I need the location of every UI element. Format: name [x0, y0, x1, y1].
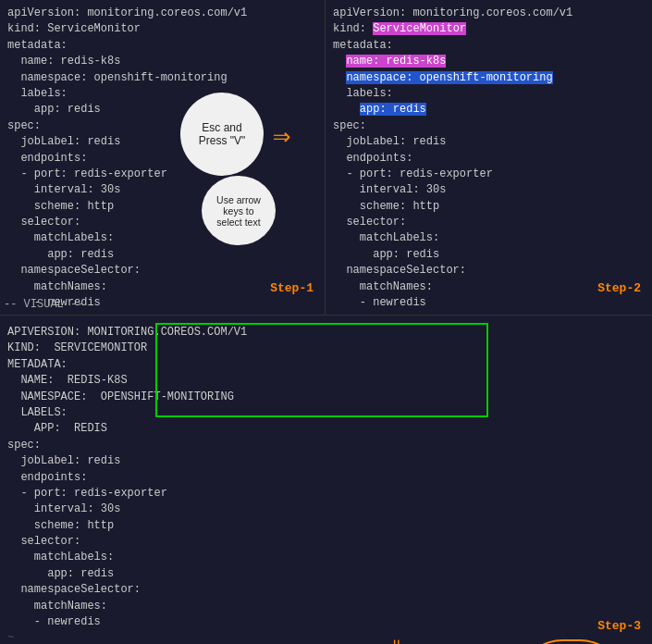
step1-line-10: endpoints:: [7, 151, 317, 167]
step3-line-8: spec:: [7, 438, 645, 453]
step3-line-17: namespaceSelector:: [7, 582, 645, 598]
step3-line-15: matchLabels:: [7, 550, 645, 565]
step2-line-12: interval: 30s: [333, 182, 645, 198]
step3-line-11: - port: redis-exporter: [7, 486, 645, 502]
step1-line-9: jobLabel: redis: [7, 134, 317, 150]
step2-line-1: apiVersion: monitoring.coreos.com/v1: [333, 6, 645, 21]
step3-line-2: KIND: SERVICEMONITOR: [7, 341, 645, 356]
step2-line-15: matchLabels:: [333, 230, 645, 246]
step3-line-3: METADATA:: [7, 357, 645, 373]
arrow-keys-bubble: Use arrow keys to select text: [202, 176, 276, 245]
panel-step2: apiVersion: monitoring.coreos.com/v1 kin…: [326, 0, 652, 315]
esc-bubble: Esc and Press "V": [180, 93, 264, 176]
step3-line-14: selector:: [7, 534, 645, 550]
step2-line-6: labels:: [333, 86, 645, 102]
step3-line-19: - newredis: [7, 614, 645, 630]
step2-line-2: kind: ServiceMonitor: [333, 21, 645, 37]
step2-line-17: namespaceSelector:: [333, 263, 645, 279]
step1-line-16: app: redis: [7, 247, 317, 263]
top-section: apiVersion: monitoring.coreos.com/v1 kin…: [0, 0, 652, 315]
step3-line-13: scheme: http: [7, 518, 645, 534]
visual-mode-indicator: -- VISUAL --: [4, 297, 83, 313]
arrow-down-icon: ⇓: [387, 627, 407, 644]
arrow-right-icon: ⇒: [273, 118, 290, 155]
step1-line-7: app: redis: [7, 102, 317, 118]
step2-line-7: app: redis: [333, 102, 645, 118]
step3-line-4: NAME: REDIS-K8S: [7, 373, 645, 389]
step3-line-1: APIVERSION: MONITORING.COREOS.COM/V1: [7, 325, 645, 341]
step2-line-11: - port: redis-exporter: [333, 167, 645, 182]
step1-line-17: namespaceSelector:: [7, 263, 317, 279]
panel-step1: apiVersion: monitoring.coreos.com/v1 kin…: [0, 0, 326, 315]
step3-line-6: LABELS:: [7, 405, 645, 421]
step3-label: Step-3: [597, 618, 641, 636]
step1-line-4: name: redis-k8s: [7, 54, 317, 69]
step2-line-13: scheme: http: [333, 199, 645, 215]
step2-line-4: name: redis-k8s: [333, 54, 645, 69]
main-container: apiVersion: monitoring.coreos.com/v1 kin…: [0, 0, 652, 644]
panel-step3: Enter gUU APIVERSION: MONITORING.COREOS.…: [0, 315, 652, 644]
step3-line-12: interval: 30s: [7, 502, 645, 517]
step1-line-15: matchLabels:: [7, 230, 317, 246]
step1-line-5: namespace: openshift-monitoring: [7, 70, 317, 86]
step2-label: Step-2: [597, 280, 641, 298]
step1-line-8: spec:: [7, 118, 317, 134]
step2-line-9: jobLabel: redis: [333, 134, 645, 150]
step1-line-6: labels:: [7, 86, 317, 102]
step2-line-16: app: redis: [333, 247, 645, 263]
step1-line-3: metadata:: [7, 38, 317, 54]
step1-line-1: apiVersion: monitoring.coreos.com/v1: [7, 6, 317, 21]
step3-line-18: matchNames:: [7, 599, 645, 614]
step2-line-3: metadata:: [333, 38, 645, 54]
step3-line-5: NAMESPACE: OPENSHIFT-MONITORING: [7, 390, 645, 405]
step3-line-10: endpoints:: [7, 470, 645, 486]
step2-line-8: spec:: [333, 118, 645, 134]
step2-line-5: namespace: openshift-monitoring: [333, 70, 645, 86]
step2-line-10: endpoints:: [333, 151, 645, 167]
step1-line-11: - port: redis-exporter: [7, 167, 317, 182]
step2-line-14: selector:: [333, 215, 645, 230]
step3-line-16: app: redis: [7, 566, 645, 582]
step1-line-2: kind: ServiceMonitor: [7, 21, 317, 37]
step3-line-9: jobLabel: redis: [7, 453, 645, 469]
step3-line-7: APP: REDIS: [7, 421, 645, 437]
step1-label: Step-1: [270, 280, 314, 298]
